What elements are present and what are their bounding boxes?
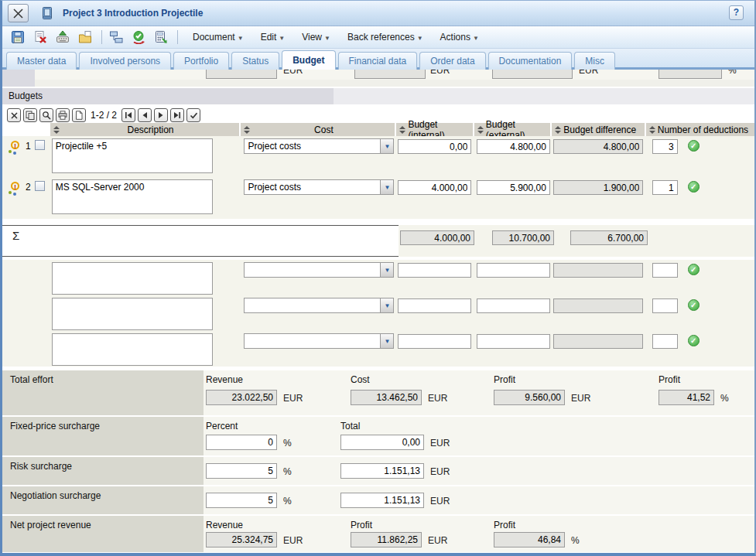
- copy-rows-icon[interactable]: [23, 108, 37, 122]
- risk-surcharge-label: Risk surcharge: [2, 457, 204, 485]
- cost-select[interactable]: Project costs ▼: [244, 138, 394, 154]
- recalculate-icon[interactable]: [153, 29, 169, 45]
- budget-internal-field[interactable]: [398, 334, 471, 349]
- negotiation-percent-field[interactable]: [206, 493, 277, 508]
- budget-external-field[interactable]: [477, 334, 550, 349]
- column-header-budget-difference[interactable]: Budget difference: [552, 123, 645, 136]
- description-field[interactable]: Projectile +5: [52, 138, 213, 173]
- risk-percent-field[interactable]: [206, 463, 277, 479]
- menu-edit[interactable]: Edit▼: [261, 32, 286, 43]
- ok-check-icon[interactable]: ✓: [688, 335, 700, 346]
- row-checkbox[interactable]: [35, 140, 45, 150]
- menu-view[interactable]: View▼: [302, 32, 330, 43]
- pagination-label: 1-2 / 2: [91, 110, 117, 121]
- cost-select[interactable]: ▼: [244, 333, 394, 349]
- row-link-icon[interactable]: !: [9, 141, 21, 155]
- toolbar-separator: [177, 30, 178, 44]
- fixed-price-total-field[interactable]: [340, 435, 424, 450]
- tab-order-data[interactable]: Order data: [419, 52, 485, 70]
- budget-internal-field[interactable]: [398, 139, 471, 154]
- deductions-field[interactable]: [652, 180, 678, 195]
- menu-document[interactable]: Document▼: [193, 32, 244, 43]
- sort-icon[interactable]: [477, 126, 484, 134]
- remove-icon[interactable]: [7, 108, 21, 122]
- description-field[interactable]: [52, 262, 213, 295]
- tab-master-data[interactable]: Master data: [6, 52, 77, 70]
- profit-percent-label: Profit: [659, 374, 680, 385]
- total-profit-percent-field: [659, 390, 714, 405]
- sort-icon[interactable]: [399, 126, 405, 134]
- row-checkbox[interactable]: [35, 181, 45, 191]
- last-page-icon[interactable]: [170, 108, 184, 122]
- tab-budget[interactable]: Budget: [282, 50, 335, 70]
- negotiation-total-field[interactable]: [340, 493, 424, 508]
- column-header-budget-internal[interactable]: Budget (internal): [396, 123, 474, 136]
- profit-label: Profit: [494, 374, 515, 385]
- print-icon[interactable]: [56, 108, 70, 122]
- tab-status[interactable]: Status: [231, 52, 279, 70]
- deductions-field[interactable]: [652, 263, 678, 278]
- previous-page-icon[interactable]: [138, 108, 152, 122]
- validate-icon[interactable]: [131, 29, 146, 45]
- sort-icon[interactable]: [244, 126, 250, 134]
- empty-table-row: ▼ ✓: [2, 331, 754, 367]
- link-documents-icon[interactable]: [108, 29, 124, 45]
- next-page-icon[interactable]: [154, 108, 168, 122]
- sort-icon[interactable]: [53, 126, 60, 134]
- budget-external-field[interactable]: [477, 180, 550, 195]
- sum-left-panel: Σ: [2, 225, 399, 257]
- column-header-budget-external[interactable]: Budget (external): [474, 123, 552, 136]
- description-field[interactable]: [52, 298, 213, 330]
- budget-difference-field: [553, 298, 643, 313]
- first-page-icon[interactable]: [121, 108, 135, 122]
- budget-external-field[interactable]: [477, 298, 550, 313]
- tab-documentation[interactable]: Documentation: [488, 52, 573, 70]
- deductions-field[interactable]: [652, 334, 678, 349]
- fixed-price-percent-field[interactable]: [206, 435, 277, 450]
- tab-portfolio[interactable]: Portfolio: [173, 52, 229, 70]
- sort-icon[interactable]: [555, 126, 561, 134]
- ok-check-icon[interactable]: ✓: [688, 264, 700, 275]
- keyboard-entry-icon[interactable]: [55, 29, 70, 45]
- cost-select[interactable]: ▼: [244, 262, 394, 278]
- budget-external-field[interactable]: [477, 139, 550, 154]
- description-field[interactable]: [52, 333, 213, 366]
- risk-total-field[interactable]: [340, 463, 424, 479]
- column-header-cost[interactable]: Cost: [241, 123, 396, 136]
- row-link-icon[interactable]: !: [9, 182, 21, 196]
- close-button[interactable]: [8, 4, 29, 22]
- budget-internal-field[interactable]: [398, 180, 471, 195]
- ok-check-icon[interactable]: ✓: [688, 140, 700, 152]
- sort-icon[interactable]: [649, 126, 655, 134]
- sum-budget-difference: [570, 230, 648, 245]
- search-icon[interactable]: [39, 108, 53, 122]
- tab-involved-persons[interactable]: Involved persons: [79, 52, 171, 70]
- percent-label: %: [571, 535, 580, 546]
- column-header-number-of-deductions[interactable]: Number of deductions: [646, 123, 754, 136]
- deductions-field[interactable]: [652, 298, 678, 313]
- new-page-icon[interactable]: [72, 108, 86, 122]
- budget-external-field[interactable]: [477, 263, 550, 278]
- description-field[interactable]: MS SQL-Server 2000: [52, 179, 213, 214]
- tab-financial-data[interactable]: Financial data: [338, 52, 418, 70]
- delete-document-icon[interactable]: [32, 29, 48, 45]
- help-button[interactable]: ?: [729, 5, 744, 20]
- ok-check-icon[interactable]: ✓: [688, 181, 700, 193]
- cost-select[interactable]: ▼: [244, 298, 394, 313]
- ok-check-icon[interactable]: ✓: [688, 299, 700, 311]
- save-icon[interactable]: [10, 29, 26, 45]
- percent-label: %: [283, 496, 292, 507]
- cost-select[interactable]: Project costs ▼: [244, 179, 394, 195]
- budget-internal-field[interactable]: [398, 298, 471, 313]
- column-header-description[interactable]: Description: [50, 123, 241, 136]
- tab-misc[interactable]: Misc: [574, 52, 615, 70]
- budget-table-header: Description Cost Budget (internal) Budge…: [2, 123, 754, 136]
- confirm-icon[interactable]: [186, 108, 200, 122]
- percent-label: %: [720, 393, 729, 404]
- menu-back-references[interactable]: Back references▼: [347, 32, 423, 43]
- deductions-field[interactable]: [652, 139, 678, 154]
- budget-internal-field[interactable]: [398, 263, 471, 278]
- copy-folder-icon[interactable]: [77, 29, 93, 45]
- menu-actions[interactable]: Actions▼: [440, 32, 479, 43]
- scrolled-field: [492, 70, 573, 79]
